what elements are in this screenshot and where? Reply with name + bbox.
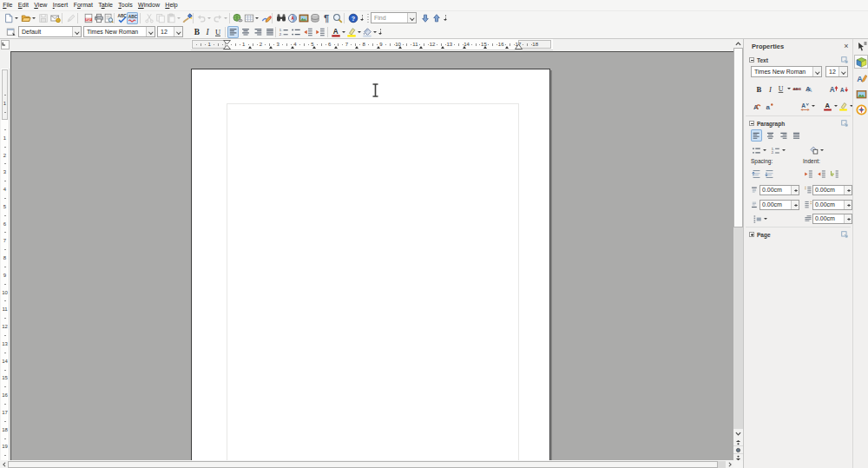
- paste-button[interactable]: [165, 12, 176, 24]
- expand-icon[interactable]: [749, 232, 754, 237]
- font-size-combo-dropdown[interactable]: [174, 27, 182, 36]
- standard-toolbar-overflow[interactable]: [359, 12, 365, 24]
- find-and-replace-button[interactable]: [275, 12, 286, 24]
- format-paintbrush-button[interactable]: [181, 12, 193, 24]
- collapse-icon[interactable]: [749, 121, 754, 126]
- below-paragraph-spacing-input[interactable]: 0.00cm: [760, 200, 799, 210]
- paragraph-style-combo[interactable]: Default: [18, 26, 82, 37]
- menu-insert[interactable]: Insert: [50, 0, 71, 10]
- align-right-button[interactable]: [252, 26, 263, 38]
- right-indent-marker[interactable]: [515, 43, 523, 49]
- menu-table[interactable]: Table: [95, 0, 115, 10]
- decrease-indent-button[interactable]: [302, 26, 313, 38]
- first-line-indent-spinner[interactable]: [844, 214, 852, 223]
- next-page-button[interactable]: [733, 454, 743, 461]
- sidebar-align-left-button[interactable]: [751, 129, 762, 142]
- align-center-button[interactable]: [240, 26, 251, 38]
- hyperlink-button[interactable]: [232, 12, 243, 24]
- document-as-email-button[interactable]: @: [49, 12, 61, 24]
- sidebar-strikethrough-button[interactable]: ABC: [792, 82, 803, 95]
- text-dialog-launcher-icon[interactable]: [841, 56, 848, 63]
- nonprinting-characters-button[interactable]: ¶: [320, 12, 332, 24]
- save-button[interactable]: [37, 12, 49, 24]
- navigator-button[interactable]: [286, 12, 298, 24]
- after-text-indent-input[interactable]: 0.00cm: [812, 200, 852, 210]
- section-header-paragraph[interactable]: Paragraph: [744, 118, 852, 129]
- indent-markers[interactable]: [223, 40, 231, 49]
- menu-file[interactable]: File: [0, 0, 16, 10]
- first-line-indent-input[interactable]: 0.00cm: [812, 214, 852, 224]
- sidebar-align-right-button[interactable]: [778, 129, 789, 142]
- sidebar-bold-button[interactable]: B: [753, 82, 765, 95]
- edit-file-button[interactable]: [65, 12, 76, 24]
- page-preview-button[interactable]: [102, 12, 114, 24]
- font-color-button[interactable]: A: [330, 26, 341, 38]
- sidebar-decrease-indent-button[interactable]: [816, 168, 827, 180]
- section-header-page[interactable]: Page: [744, 229, 852, 240]
- open-dropdown[interactable]: [31, 12, 36, 24]
- sidebar-increase-paragraph-spacing-button[interactable]: [751, 168, 762, 180]
- page[interactable]: [191, 69, 550, 460]
- sidebar-tab-gallery[interactable]: [854, 87, 868, 101]
- vertical-scrollbar[interactable]: [733, 39, 743, 460]
- open-button[interactable]: [20, 12, 31, 24]
- sidebar-line-spacing-button[interactable]: [752, 213, 763, 225]
- menu-edit[interactable]: Edit: [16, 0, 31, 10]
- sidebar-increase-indent-button[interactable]: [803, 168, 814, 180]
- new-document-button[interactable]: [3, 12, 14, 24]
- tab-stop-type-button[interactable]: [1, 40, 10, 49]
- find-dropdown[interactable]: [407, 13, 416, 23]
- formatting-toolbar-overflow[interactable]: [378, 26, 384, 38]
- sidebar-lowercase-button[interactable]: a: [764, 100, 775, 112]
- highlighting-button[interactable]: [345, 26, 357, 38]
- table-dropdown[interactable]: [254, 12, 260, 24]
- document-canvas[interactable]: [10, 51, 733, 460]
- scroll-right-button[interactable]: [726, 461, 733, 468]
- background-color-button[interactable]: [361, 26, 372, 38]
- sidebar-tab-properties[interactable]: [854, 55, 868, 69]
- show-draw-functions-button[interactable]: [260, 12, 272, 24]
- menu-help[interactable]: Help: [162, 0, 181, 10]
- sidebar-font-size-dropdown[interactable]: [838, 67, 847, 76]
- paragraph-dialog-launcher-icon[interactable]: [841, 120, 848, 127]
- sidebar-bullets-dropdown[interactable]: [762, 144, 767, 156]
- table-button[interactable]: [243, 12, 254, 24]
- styles-and-formatting-button[interactable]: [5, 26, 16, 38]
- sidebar-line-spacing-dropdown[interactable]: [763, 213, 768, 225]
- sidebar-settings-icon[interactable]: [854, 41, 868, 51]
- above-paragraph-spacing-spinner[interactable]: [791, 186, 799, 194]
- find-toolbar-overflow[interactable]: [443, 12, 449, 24]
- align-justified-button[interactable]: [264, 26, 275, 38]
- redo-button[interactable]: [212, 12, 223, 24]
- menu-format[interactable]: Format: [70, 0, 95, 10]
- navigation-button[interactable]: [733, 446, 743, 453]
- vertical-ruler[interactable]: 11234567891011121314151617181920: [0, 51, 10, 460]
- page-dialog-launcher-icon[interactable]: [841, 231, 848, 238]
- font-name-combo-dropdown[interactable]: [146, 27, 155, 36]
- sidebar-tab-navigator[interactable]: [854, 103, 868, 117]
- bullets-on-off-button[interactable]: [290, 26, 301, 38]
- scroll-left-button[interactable]: [0, 461, 8, 468]
- previous-page-button[interactable]: [733, 438, 743, 445]
- sidebar-highlighting-button[interactable]: [838, 100, 849, 112]
- redo-dropdown[interactable]: [223, 12, 228, 24]
- undo-button[interactable]: [195, 12, 207, 24]
- sidebar-font-name-dropdown[interactable]: [812, 67, 821, 76]
- sidebar-font-size-combo[interactable]: 12: [825, 66, 848, 77]
- below-paragraph-spacing-spinner[interactable]: [791, 201, 799, 209]
- sidebar-numbering-button[interactable]: 1.2.: [770, 144, 781, 156]
- above-paragraph-spacing-input[interactable]: 0.00cm: [760, 185, 799, 195]
- sidebar-shadow-button[interactable]: AA: [803, 82, 814, 95]
- after-text-indent-spinner[interactable]: [844, 201, 852, 209]
- help-button[interactable]: ?: [347, 12, 358, 24]
- before-text-indent-spinner[interactable]: [844, 186, 852, 194]
- sidebar-uppercase-button[interactable]: A: [752, 100, 763, 112]
- sidebar-align-justified-button[interactable]: [791, 129, 802, 142]
- before-text-indent-input[interactable]: 0.00cm: [812, 185, 852, 195]
- menu-window[interactable]: Window: [135, 0, 162, 10]
- horizontal-scrollbar-thumb[interactable]: [8, 461, 718, 468]
- sidebar-font-color-button[interactable]: A: [822, 100, 833, 112]
- increase-indent-button[interactable]: [314, 26, 326, 38]
- section-header-text[interactable]: Text: [744, 55, 852, 65]
- paragraph-style-combo-dropdown[interactable]: [72, 27, 81, 36]
